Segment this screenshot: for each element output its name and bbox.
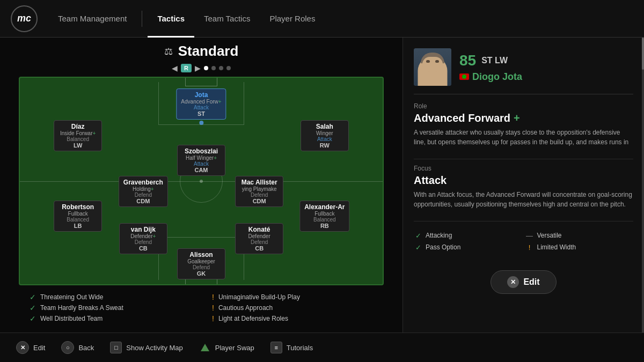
focus-label: Focus — [414, 165, 633, 172]
tip-warn-1: ! Unimaginative Build-Up Play — [212, 293, 373, 301]
menu-button[interactable]: ≡ — [270, 342, 282, 353]
focus-description: With an Attack focus, the Advanced Forwa… — [414, 190, 633, 209]
circle-button[interactable]: ○ — [61, 341, 74, 354]
role-title: Advanced Forward + — [414, 112, 633, 124]
dot-navigation: ◀ R ▶ — [172, 64, 231, 72]
dash-icon: — — [525, 231, 534, 240]
svg-marker-0 — [201, 344, 209, 351]
player-card-konate[interactable]: Konaté Defender Defend CB — [235, 223, 283, 254]
tips-warning: ! Unimaginative Build-Up Play ! Cautious… — [212, 293, 373, 323]
bottom-activity-map[interactable]: □ Show Activity Map — [110, 342, 183, 353]
player-card-alisson[interactable]: Alisson Goalkeeper Defend GK — [177, 248, 225, 279]
x-icon: ✕ — [507, 276, 519, 288]
player-card-diaz[interactable]: Díaz Inside Forwar+ Balanced LW — [54, 120, 102, 151]
player-header: 85 ST LW Diogo Jota — [414, 48, 633, 94]
triangle-icon — [200, 343, 210, 352]
player-card-robertson[interactable]: Robertson Fullback Balanced LB — [54, 201, 102, 232]
tip-3: ✓ Well Distributed Team — [30, 314, 191, 323]
dot-2[interactable] — [211, 66, 216, 70]
warning-icon: ! — [212, 293, 214, 301]
player-card-vandijk[interactable]: van Dijk Defender+ Defend CB — [119, 223, 167, 254]
player-info: 85 ST LW Diogo Jota — [459, 52, 633, 83]
bottom-bar: ✕ Edit ○ Back □ Show Activity Map Player… — [0, 333, 644, 362]
tip-2: ✓ Team Hardly Breaks A Sweat — [30, 304, 191, 312]
divider — [414, 159, 633, 159]
main-content: ⚖ Standard ◀ R ▶ Jota — [0, 38, 644, 333]
nav-item-team-tactics[interactable]: Team Tactics — [194, 0, 260, 38]
pitch-area: ⚖ Standard ◀ R ▶ Jota — [0, 38, 402, 333]
focus-section: Focus Attack With an Attack focus, the A… — [414, 165, 633, 209]
nav-item-tactics[interactable]: Tactics — [148, 0, 194, 38]
check-icon-2: ✓ — [414, 243, 422, 252]
warning-icon-3: ! — [212, 314, 214, 323]
player-card-szoboszlai[interactable]: Szoboszlai Half Winger+ Attack CAM — [177, 145, 225, 176]
bottom-tutorials[interactable]: ≡ Tutorials — [270, 342, 313, 353]
role-badge: R — [181, 64, 192, 72]
player-name-row: Diogo Jota — [459, 71, 633, 83]
focus-title: Attack — [414, 174, 633, 187]
player-card-jota[interactable]: Jota Advanced Forw+ Attack ST — [176, 88, 226, 125]
checkmark-icon-3: ✓ — [30, 314, 36, 323]
player-card-salah[interactable]: Salah Winger Attack RW — [301, 120, 349, 151]
pitch-goal-top — [185, 78, 217, 86]
trait-pass-option: ✓ Pass Option — [414, 243, 522, 252]
pitch-center-dot — [200, 180, 203, 183]
tips-area: ✓ Threatening Out Wide ✓ Team Hardly Bre… — [19, 289, 384, 327]
player-fullname: Diogo Jota — [472, 71, 522, 83]
nav-items: Team Management Tactics Team Tactics Pla… — [48, 0, 633, 38]
formation-title: ⚖ Standard — [164, 43, 239, 60]
triangle-button[interactable] — [199, 342, 211, 353]
scrollbar[interactable] — [642, 38, 644, 333]
checkmark-icon-2: ✓ — [30, 304, 36, 312]
dot-4[interactable] — [226, 66, 231, 70]
bottom-back[interactable]: ○ Back — [61, 341, 94, 354]
logo[interactable]: mc — [11, 5, 38, 32]
pitch: Jota Advanced Forw+ Attack ST Díaz Insid… — [19, 77, 384, 285]
tips-positive: ✓ Threatening Out Wide ✓ Team Hardly Bre… — [30, 293, 191, 323]
player-card-macallister[interactable]: Mac Allister ying Playmake Defend CDM — [235, 176, 283, 207]
formation-name: Standard — [178, 43, 239, 60]
role-section: Role Advanced Forward + A versatile atta… — [414, 102, 633, 147]
scale-icon: ⚖ — [164, 46, 173, 57]
tip-warn-2: ! Cautious Approach — [212, 304, 373, 312]
trait-limited-width: ! Limited Width — [525, 243, 634, 252]
checkmark-icon: ✓ — [30, 293, 36, 301]
right-panel: 85 ST LW Diogo Jota Role Advanced Forwar… — [402, 38, 644, 333]
dot-1[interactable] — [204, 66, 208, 70]
dot-nav-left[interactable]: ◀ — [172, 64, 178, 72]
edit-button[interactable]: ✕ Edit — [491, 270, 556, 294]
role-label: Role — [414, 102, 633, 110]
square-button[interactable]: □ — [110, 342, 122, 353]
tip-1: ✓ Threatening Out Wide — [30, 293, 191, 301]
dot-3[interactable] — [219, 66, 223, 70]
scroll-thumb[interactable] — [642, 38, 644, 70]
nav-divider — [142, 11, 142, 27]
warning-icon-2: ! — [212, 304, 214, 312]
flag-portugal — [459, 73, 469, 80]
nav-item-team-management[interactable]: Team Management — [48, 0, 136, 38]
trait-versatile: — Versatile — [525, 231, 634, 240]
nav-item-player-roles[interactable]: Player Roles — [260, 0, 325, 38]
bottom-edit[interactable]: ✕ Edit — [16, 341, 45, 354]
dot-nav-right[interactable]: ▶ — [195, 64, 201, 72]
bottom-player-swap[interactable]: Player Swap — [199, 342, 254, 353]
player-rating: 85 ST LW — [459, 52, 633, 69]
warn-icon: ! — [525, 243, 534, 252]
rating-positions: ST LW — [481, 56, 508, 65]
trait-attacking: ✓ Attacking — [414, 231, 522, 240]
avatar — [414, 48, 451, 86]
role-plus-icon: + — [514, 112, 520, 124]
role-description: A versatile attacker who usually stays c… — [414, 128, 633, 147]
x-button[interactable]: ✕ — [16, 341, 29, 354]
rating-number: 85 — [459, 52, 476, 69]
tip-warn-3: ! Light at Defensive Roles — [212, 314, 373, 323]
check-icon: ✓ — [414, 231, 422, 240]
player-card-alexanderarnold[interactable]: Alexander-Ar Fullback Balanced RB — [299, 201, 349, 232]
divider-2 — [414, 221, 633, 221]
traits-grid: ✓ Attacking — Versatile ✓ Pass Option ! … — [414, 231, 633, 252]
player-card-gravenberch[interactable]: Gravenberch Holding+ Defend CDM — [119, 176, 168, 207]
top-navigation: mc Team Management Tactics Team Tactics … — [0, 0, 644, 38]
